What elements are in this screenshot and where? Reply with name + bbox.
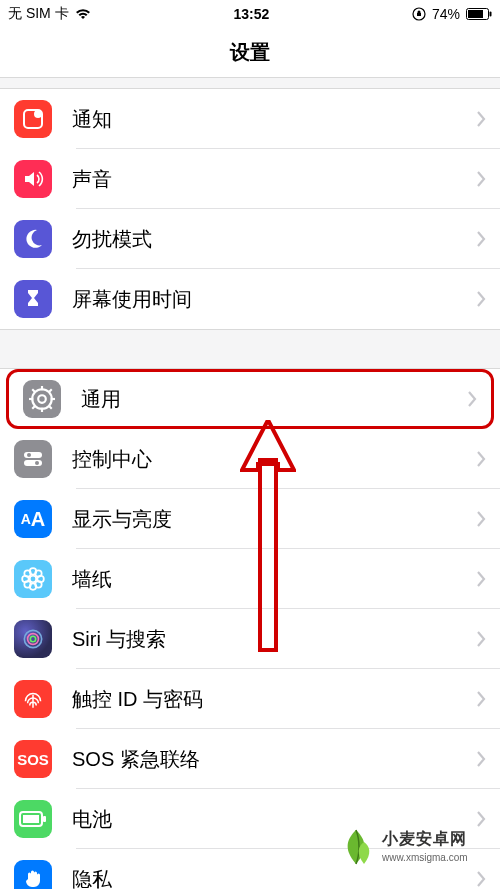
svg-rect-18	[24, 460, 42, 466]
svg-rect-16	[24, 452, 42, 458]
chevron-right-icon	[476, 451, 486, 467]
row-notifications[interactable]: 通知	[0, 89, 500, 149]
svg-rect-3	[489, 12, 491, 17]
svg-rect-33	[23, 815, 39, 823]
clock: 13:52	[233, 6, 269, 22]
wifi-icon	[75, 8, 91, 20]
notifications-icon	[14, 100, 52, 138]
row-label: 通用	[81, 386, 467, 413]
row-label: Siri 与搜索	[72, 626, 476, 653]
chevron-right-icon	[476, 751, 486, 767]
status-bar: 无 SIM 卡 13:52 74%	[0, 0, 500, 28]
battery-row-icon	[14, 800, 52, 838]
moon-icon	[14, 220, 52, 258]
row-touch-id[interactable]: 触控 ID 与密码	[0, 669, 500, 729]
fingerprint-icon	[14, 680, 52, 718]
row-label: SOS 紧急联络	[72, 746, 476, 773]
toggles-icon	[14, 440, 52, 478]
row-wallpaper[interactable]: 墙纸	[0, 549, 500, 609]
svg-line-13	[49, 406, 52, 409]
row-label: 声音	[72, 166, 476, 193]
orientation-lock-icon	[412, 7, 426, 21]
svg-rect-2	[468, 10, 483, 18]
row-control-center[interactable]: 控制中心	[0, 429, 500, 489]
row-do-not-disturb[interactable]: 勿扰模式	[0, 209, 500, 269]
svg-point-7	[38, 395, 46, 403]
hourglass-icon	[14, 280, 52, 318]
svg-point-19	[35, 461, 39, 465]
row-siri-search[interactable]: Siri 与搜索	[0, 609, 500, 669]
chevron-right-icon	[476, 691, 486, 707]
row-label: 触控 ID 与密码	[72, 686, 476, 713]
chevron-right-icon	[476, 631, 486, 647]
row-screen-time[interactable]: 屏幕使用时间	[0, 269, 500, 329]
row-label: 勿扰模式	[72, 226, 476, 253]
battery-icon	[466, 8, 492, 20]
row-label: 电池	[72, 806, 476, 833]
row-sounds[interactable]: 声音	[0, 149, 500, 209]
sounds-icon	[14, 160, 52, 198]
row-label: 隐私	[72, 866, 476, 890]
svg-point-17	[27, 453, 31, 457]
chevron-right-icon	[476, 291, 486, 307]
chevron-right-icon	[476, 111, 486, 127]
display-icon: AA	[14, 500, 52, 538]
row-sos[interactable]: SOS SOS 紧急联络	[0, 729, 500, 789]
row-battery[interactable]: 电池	[0, 789, 500, 849]
svg-line-14	[32, 406, 35, 409]
svg-rect-34	[43, 816, 46, 822]
chevron-right-icon	[476, 511, 486, 527]
chevron-right-icon	[476, 811, 486, 827]
row-privacy[interactable]: 隐私	[0, 849, 500, 889]
row-label: 屏幕使用时间	[72, 286, 476, 313]
row-display-brightness[interactable]: AA 显示与亮度	[0, 489, 500, 549]
sos-icon: SOS	[14, 740, 52, 778]
page-title: 设置	[230, 39, 270, 66]
svg-line-15	[49, 389, 52, 392]
battery-percent: 74%	[432, 6, 460, 22]
chevron-right-icon	[476, 571, 486, 587]
svg-point-30	[28, 634, 39, 645]
row-label: 墙纸	[72, 566, 476, 593]
settings-group-1: 通知 声音 勿扰模式 屏幕使用时间	[0, 88, 500, 330]
svg-point-20	[30, 576, 37, 583]
page-header: 设置	[0, 28, 500, 78]
svg-point-5	[34, 110, 42, 118]
siri-icon	[14, 620, 52, 658]
settings-group-2: 通用 控制中心 AA 显示与亮度 墙纸 Siri 与搜索 触控 I	[0, 368, 500, 889]
row-general[interactable]: 通用	[6, 369, 494, 429]
svg-point-31	[30, 636, 35, 641]
carrier-text: 无 SIM 卡	[8, 5, 69, 23]
flower-icon	[14, 560, 52, 598]
row-label: 控制中心	[72, 446, 476, 473]
chevron-right-icon	[476, 871, 486, 887]
hand-icon	[14, 860, 52, 889]
chevron-right-icon	[476, 171, 486, 187]
chevron-right-icon	[467, 391, 477, 407]
row-label: 显示与亮度	[72, 506, 476, 533]
gear-icon	[23, 380, 61, 418]
chevron-right-icon	[476, 231, 486, 247]
svg-line-12	[32, 389, 35, 392]
row-label: 通知	[72, 106, 476, 133]
